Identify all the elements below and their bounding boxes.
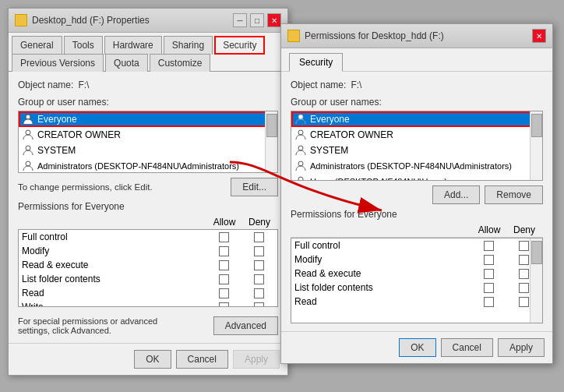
pd-allow-read-execute[interactable] xyxy=(469,269,508,279)
perms-list-item-system[interactable]: SYSTEM xyxy=(291,143,542,158)
checkbox-deny-read[interactable] xyxy=(254,288,264,298)
edit-button[interactable]: Edit... xyxy=(231,178,278,196)
deny-check-write[interactable] xyxy=(243,302,274,308)
perms-cancel-button[interactable]: Cancel xyxy=(441,338,493,357)
cancel-button[interactable]: Cancel xyxy=(176,350,228,369)
close-button[interactable]: ✕ xyxy=(267,13,281,27)
tabs-row: General Tools Hardware Sharing Security … xyxy=(9,33,287,72)
allow-check-read[interactable] xyxy=(204,288,243,298)
tab-quota[interactable]: Quota xyxy=(105,54,148,72)
tab-customize[interactable]: Customize xyxy=(150,54,211,72)
user-name-administrators: Administrators (DESKTOP-NF484NU\Administ… xyxy=(37,161,239,171)
svg-point-2 xyxy=(26,146,30,150)
scrollbar[interactable] xyxy=(265,111,277,172)
pd-checkbox-allow-read[interactable] xyxy=(484,297,494,307)
perms-dialog-table[interactable]: Full control Modify Read & execute List … xyxy=(291,238,543,323)
pd-checkbox-deny-modify[interactable] xyxy=(519,255,529,265)
pd-scrollbar[interactable] xyxy=(530,238,542,323)
title-bar-left: Desktop_hdd (F:) Properties xyxy=(15,14,150,26)
perm-row-list-folder: List folder contents xyxy=(19,272,277,286)
main-title-bar: Desktop_hdd (F:) Properties ─ □ ✕ xyxy=(9,9,287,33)
list-item-everyone[interactable]: Everyone xyxy=(19,111,277,127)
tab-tools[interactable]: Tools xyxy=(64,36,103,55)
perms-dialog-content: Object name: F:\ Group or user names: Ev… xyxy=(281,72,552,331)
tab-hardware[interactable]: Hardware xyxy=(104,36,162,55)
pd-checkbox-allow-modify[interactable] xyxy=(484,255,494,265)
main-bottom-buttons: OK Cancel Apply xyxy=(9,343,287,375)
perms-object-name-row: Object name: F:\ xyxy=(291,79,543,90)
tab-sharing[interactable]: Sharing xyxy=(164,36,213,55)
deny-check-list-folder[interactable] xyxy=(243,274,274,284)
ok-button[interactable]: OK xyxy=(134,350,171,369)
deny-check-full-control[interactable] xyxy=(243,232,274,242)
pd-checkbox-deny-list-folder[interactable] xyxy=(519,283,529,293)
perm-row-write: Write xyxy=(19,300,277,307)
advanced-button[interactable]: Advanced xyxy=(213,316,278,335)
perms-user-name-system: SYSTEM xyxy=(310,145,348,156)
deny-check-read[interactable] xyxy=(243,288,274,298)
allow-check-read-execute[interactable] xyxy=(204,260,243,270)
perms-list-item-creator-owner[interactable]: CREATOR OWNER xyxy=(291,127,542,143)
tab-general[interactable]: General xyxy=(12,36,62,55)
perms-list-box[interactable]: Full control Modify Read & execute List … xyxy=(18,229,278,307)
perms-list-item-administrators[interactable]: Administrators (DESKTOP-NF484NU\Administ… xyxy=(291,158,542,174)
checkbox-allow-write[interactable] xyxy=(219,302,229,308)
user-icon-administrators xyxy=(22,160,34,172)
pd-checkbox-deny-full-control[interactable] xyxy=(519,241,529,251)
pd-allow-full-control[interactable] xyxy=(469,241,508,251)
pd-checkbox-allow-full-control[interactable] xyxy=(484,241,494,251)
object-name-value: F:\ xyxy=(78,79,89,90)
allow-check-full-control[interactable] xyxy=(204,232,243,242)
user-name-creator-owner: CREATOR OWNER xyxy=(37,129,121,140)
allow-check-modify[interactable] xyxy=(204,246,243,256)
tab-previous-versions[interactable]: Previous Versions xyxy=(12,54,104,72)
add-button[interactable]: Add... xyxy=(432,185,480,204)
svg-point-4 xyxy=(298,115,303,119)
perms-list-item-users[interactable]: Users (DESKTOP-NF484NU\Users) xyxy=(291,174,542,181)
allow-check-write[interactable] xyxy=(204,302,243,308)
checkbox-deny-write[interactable] xyxy=(254,302,264,308)
perms-apply-button[interactable]: Apply xyxy=(498,338,545,357)
checkbox-allow-read-execute[interactable] xyxy=(219,260,229,270)
list-item-system[interactable]: SYSTEM xyxy=(19,143,277,158)
perms-ok-button[interactable]: OK xyxy=(399,338,435,357)
perm-name-read: Read xyxy=(22,288,204,298)
scrollbar-thumb[interactable] xyxy=(266,114,277,137)
pd-allow-modify[interactable] xyxy=(469,255,508,265)
perms-list-item-everyone[interactable]: Everyone xyxy=(291,111,542,127)
pd-checkbox-allow-list-folder[interactable] xyxy=(484,283,494,293)
tab-security-dialog[interactable]: Security xyxy=(289,53,343,72)
perm-name-read-execute: Read & execute xyxy=(22,260,204,270)
checkbox-deny-modify[interactable] xyxy=(254,246,264,256)
checkbox-deny-full-control[interactable] xyxy=(254,232,264,242)
pd-checkbox-deny-read[interactable] xyxy=(519,297,529,307)
checkbox-allow-read[interactable] xyxy=(219,288,229,298)
checkbox-allow-modify[interactable] xyxy=(219,246,229,256)
group-label: Group or user names: xyxy=(18,97,278,108)
users-list-box[interactable]: Everyone CREATOR OWNER SYSTEM xyxy=(18,111,278,173)
checkbox-allow-list-folder[interactable] xyxy=(219,274,229,284)
checkbox-deny-list-folder[interactable] xyxy=(254,274,264,284)
checkbox-allow-full-control[interactable] xyxy=(219,232,229,242)
deny-check-modify[interactable] xyxy=(243,246,274,256)
allow-check-list-folder[interactable] xyxy=(204,274,243,284)
perms-scrollbar-thumb[interactable] xyxy=(531,114,542,137)
perms-title-controls: ✕ xyxy=(532,29,546,43)
perms-close-button[interactable]: ✕ xyxy=(532,29,546,43)
perms-scrollbar[interactable] xyxy=(530,111,542,180)
list-item-creator-owner[interactable]: CREATOR OWNER xyxy=(19,127,277,143)
remove-button[interactable]: Remove xyxy=(485,185,543,204)
checkbox-deny-read-execute[interactable] xyxy=(254,260,264,270)
pd-allow-read[interactable] xyxy=(469,297,508,307)
pd-checkbox-deny-read-execute[interactable] xyxy=(519,269,529,279)
list-item-administrators[interactable]: Administrators (DESKTOP-NF484NU\Administ… xyxy=(19,158,277,173)
pd-scrollbar-thumb[interactable] xyxy=(531,241,542,264)
deny-check-read-execute[interactable] xyxy=(243,260,274,270)
minimize-button[interactable]: ─ xyxy=(233,13,247,27)
pd-allow-list-folder[interactable] xyxy=(469,283,508,293)
tab-security[interactable]: Security xyxy=(214,36,265,55)
pd-checkbox-allow-read-execute[interactable] xyxy=(484,269,494,279)
maximize-button[interactable]: □ xyxy=(250,13,264,27)
perms-dialog-users-list[interactable]: Everyone CREATOR OWNER SYSTEM Administra… xyxy=(291,111,543,181)
perms-table-header: Allow Deny xyxy=(18,215,278,229)
